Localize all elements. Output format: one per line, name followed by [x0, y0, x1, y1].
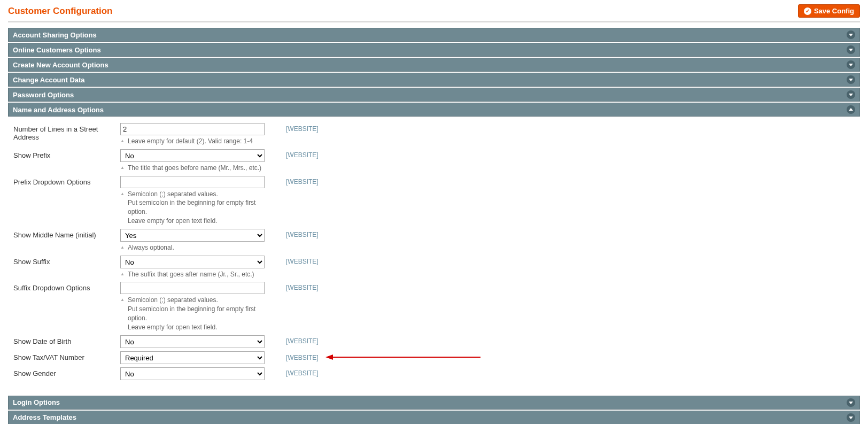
field-label: Show Middle Name (initial) [13, 229, 120, 239]
section-title: Create New Account Options [13, 61, 108, 69]
field-label: Show Tax/VAT Number [13, 351, 120, 361]
chevron-down-icon [847, 45, 855, 54]
field-hint: Leave empty for default (2). Valid range… [120, 137, 265, 146]
show-prefix-select[interactable]: No [120, 149, 265, 162]
name-address-fieldset: Number of Lines in a Street Address Leav… [8, 118, 860, 391]
scope-label: [WEBSITE] [286, 178, 319, 186]
show-tax-select[interactable]: Required [120, 351, 265, 364]
section-title: Password Options [13, 91, 74, 99]
scope-label: [WEBSITE] [286, 258, 319, 265]
field-label: Number of Lines in a Street Address [13, 123, 120, 141]
section-title: Online Customers Options [13, 46, 101, 54]
svg-marker-4 [849, 94, 853, 96]
chevron-down-icon [847, 398, 855, 407]
field-row-show-suffix: Show Suffix No The suffix that goes afte… [13, 256, 855, 279]
field-hint: Semicolon (;) separated values. Put semi… [120, 296, 265, 332]
scope-label: [WEBSITE] [286, 231, 319, 238]
field-label: Show Gender [13, 367, 120, 377]
svg-marker-3 [849, 79, 853, 81]
annotation-arrow-icon [326, 353, 480, 363]
svg-marker-2 [849, 64, 853, 66]
svg-marker-0 [849, 34, 853, 36]
scope-label: [WEBSITE] [286, 337, 319, 345]
svg-marker-1 [849, 49, 853, 51]
field-hint: Semicolon (;) separated values. Put semi… [120, 190, 265, 226]
field-label: Show Date of Birth [13, 335, 120, 345]
show-middle-select[interactable]: Yes [120, 229, 265, 242]
section-address-templates[interactable]: Address Templates [8, 411, 860, 424]
field-label: Suffix Dropdown Options [13, 282, 120, 292]
svg-marker-7 [326, 354, 333, 360]
svg-marker-9 [849, 417, 853, 419]
page-title: Customer Configuration [8, 6, 113, 17]
field-row-show-gender: Show Gender No [WEBSITE] [13, 367, 855, 380]
chevron-up-icon [847, 105, 855, 114]
chevron-down-icon [847, 60, 855, 69]
field-label: Prefix Dropdown Options [13, 176, 120, 186]
show-dob-select[interactable]: No [120, 335, 265, 348]
section-title: Address Templates [13, 413, 76, 421]
section-create-account[interactable]: Create New Account Options [8, 58, 860, 72]
show-suffix-select[interactable]: No [120, 256, 265, 268]
save-button-label: Save Config [814, 7, 854, 15]
field-row-suffix-options: Suffix Dropdown Options Semicolon (;) se… [13, 282, 855, 332]
chevron-down-icon [847, 413, 855, 422]
field-hint: The title that goes before name (Mr., Mr… [120, 164, 265, 173]
chevron-down-icon [847, 90, 855, 99]
field-row-prefix-options: Prefix Dropdown Options Semicolon (;) se… [13, 176, 855, 226]
save-config-button[interactable]: ✓ Save Config [798, 4, 860, 18]
scope-label: [WEBSITE] [286, 369, 319, 377]
chevron-down-icon [847, 75, 855, 84]
page-header: Customer Configuration ✓ Save Config [8, 0, 860, 22]
scope-label: [WEBSITE] [286, 353, 319, 361]
section-password[interactable]: Password Options [8, 88, 860, 102]
field-row-show-dob: Show Date of Birth No [WEBSITE] [13, 335, 855, 348]
field-hint: Always optional. [120, 243, 265, 252]
section-title: Login Options [13, 398, 60, 406]
field-label: Show Suffix [13, 256, 120, 266]
chevron-down-icon [847, 30, 855, 39]
svg-marker-5 [849, 108, 853, 111]
svg-marker-8 [849, 402, 853, 404]
section-account-sharing[interactable]: Account Sharing Options [8, 28, 860, 42]
suffix-options-input[interactable] [120, 282, 265, 294]
section-title: Name and Address Options [13, 106, 104, 114]
scope-label: [WEBSITE] [286, 125, 319, 133]
section-title: Account Sharing Options [13, 31, 97, 39]
section-title: Change Account Data [13, 76, 85, 84]
check-icon: ✓ [804, 7, 811, 15]
section-change-account[interactable]: Change Account Data [8, 73, 860, 87]
section-login[interactable]: Login Options [8, 396, 860, 410]
section-online-customers[interactable]: Online Customers Options [8, 43, 860, 57]
lines-input[interactable] [120, 123, 265, 135]
prefix-options-input[interactable] [120, 176, 265, 188]
scope-label: [WEBSITE] [286, 151, 319, 159]
field-row-show-tax: Show Tax/VAT Number Required [WEBSITE] [13, 351, 855, 364]
field-row-show-prefix: Show Prefix No The title that goes befor… [13, 149, 855, 173]
field-label: Show Prefix [13, 149, 120, 159]
show-gender-select[interactable]: No [120, 367, 265, 380]
field-row-lines: Number of Lines in a Street Address Leav… [13, 123, 855, 146]
field-hint: The suffix that goes after name (Jr., Sr… [120, 270, 265, 279]
field-row-show-middle: Show Middle Name (initial) Yes Always op… [13, 229, 855, 252]
section-name-address[interactable]: Name and Address Options [8, 103, 860, 117]
scope-label: [WEBSITE] [286, 284, 319, 291]
